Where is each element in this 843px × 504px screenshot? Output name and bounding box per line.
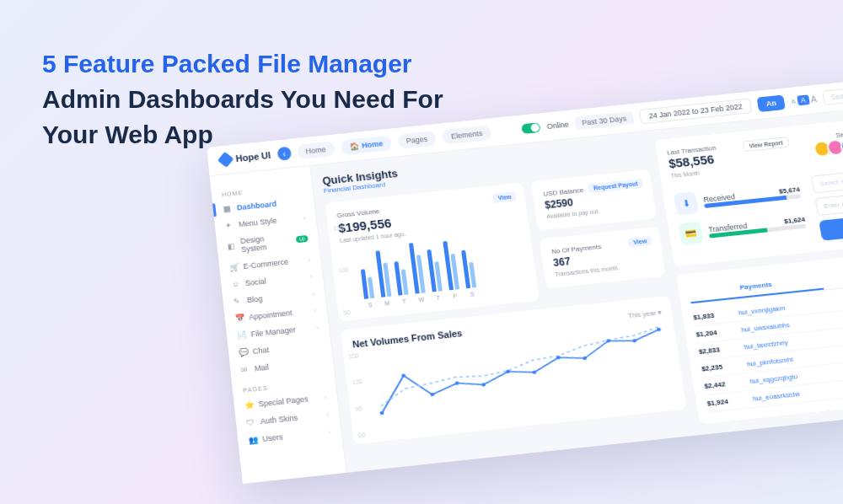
net-volumes-card: Net Volumes From Sales This year ▾ 15012… <box>341 296 687 445</box>
blog-icon: ✎ <box>233 297 242 306</box>
search-input[interactable]: Search... <box>822 84 843 105</box>
chat-icon: 💬 <box>239 348 248 357</box>
chevron-down-icon: › <box>303 214 306 222</box>
hero-title: 5 Feature Packed File Manager Admin Dash… <box>42 46 443 153</box>
timeframe-selector[interactable]: This year ▾ <box>627 308 662 319</box>
payments-count-card: View No Of Payments 367 Transactions thi… <box>540 227 666 289</box>
date-range[interactable]: 24 Jan 2022 to 23 Feb 2022 <box>638 99 752 125</box>
view-report-button[interactable]: View Report <box>743 137 790 152</box>
users-icon: 👥 <box>248 435 257 444</box>
tab-settlements[interactable]: Settlements <box>820 256 843 290</box>
chevron-down-icon: › <box>328 428 331 437</box>
nav-elements[interactable]: Elements <box>442 125 491 144</box>
font-size-picker[interactable]: A A A <box>791 94 818 106</box>
usd-balance-card: Request Payout USD Balance $2590 Availab… <box>531 169 657 231</box>
online-label: Online <box>546 121 569 131</box>
cart-icon: 🛒 <box>229 263 239 272</box>
online-toggle[interactable] <box>521 122 540 134</box>
calendar-icon: 📅 <box>235 314 244 323</box>
mail-icon: ✉ <box>240 365 250 374</box>
transferred-row: 💳 Transferred$1,624 <box>679 211 808 245</box>
analytics-button[interactable]: An <box>757 94 786 112</box>
chevron-down-icon: › <box>314 306 317 314</box>
chevron-down-icon: › <box>326 410 330 419</box>
chevron-down-icon: › <box>312 289 315 297</box>
hero-line2: Admin Dashboards You Need For <box>42 85 443 113</box>
menu-icon: ✦ <box>225 221 234 230</box>
chevron-down-icon: › <box>315 324 319 331</box>
wallet-icon: 💳 <box>679 222 704 246</box>
received-row: ⬇ Received$5,674 <box>674 180 802 215</box>
payments-table-card: Payments Settlements $1,833hui_vxnnjigak… <box>676 245 843 425</box>
shield-icon: 🛡 <box>246 418 255 427</box>
view-button[interactable]: View <box>492 191 517 203</box>
file-icon: 📄 <box>237 330 246 340</box>
account-select[interactable]: Select Your Account <box>811 164 843 194</box>
chevron-down-icon: › <box>309 272 313 280</box>
logo-mark-icon <box>217 152 234 168</box>
special-icon: ⭐ <box>244 400 254 410</box>
chevron-down-icon: › <box>308 255 311 263</box>
send-money-card: Last Transaction $58,556 This Month View… <box>655 111 843 266</box>
range-selector[interactable]: Past 30 Days <box>574 111 634 131</box>
hero-line1: 5 Feature Packed File Manager <box>42 50 412 78</box>
download-icon: ⬇ <box>674 191 699 215</box>
social-icon: ☺ <box>231 280 240 289</box>
dashboard-icon: ▦ <box>223 204 232 213</box>
chevron-down-icon: › <box>324 393 327 401</box>
design-icon: ◧ <box>227 242 236 251</box>
view-button[interactable]: View <box>628 236 653 248</box>
gross-volume-card: View Gross Volume $199,556 Last updated … <box>325 182 540 321</box>
hero-line3: Your Web App <box>42 121 213 148</box>
